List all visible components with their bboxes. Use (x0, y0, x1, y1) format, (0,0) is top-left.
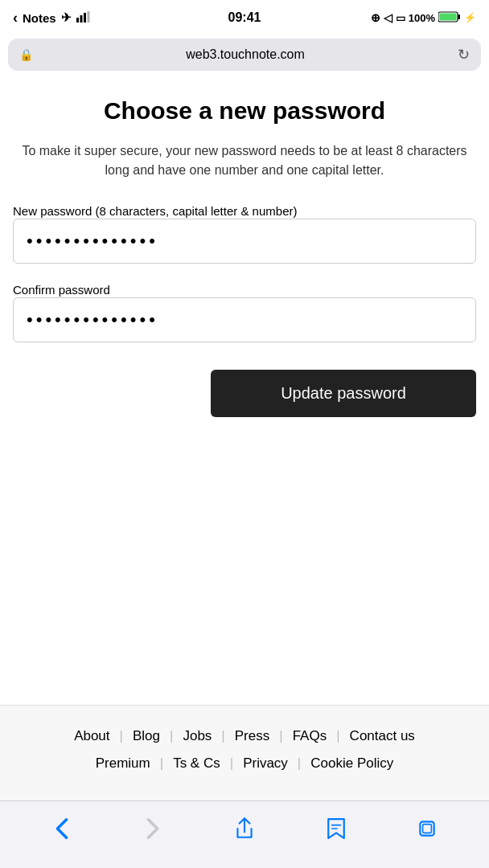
tabs-button[interactable] (409, 811, 445, 846)
confirm-password-field-group: Confirm password (13, 283, 476, 362)
svg-rect-1 (80, 15, 82, 23)
browser-bar (0, 800, 489, 868)
battery-label: 100% (409, 12, 435, 24)
page-title: Choose a new password (13, 96, 476, 125)
footer-link-faqs[interactable]: FAQs (283, 728, 337, 744)
new-password-label: New password (8 characters, capital lett… (13, 204, 297, 218)
battery-icon (438, 11, 461, 25)
confirm-password-label: Confirm password (13, 283, 110, 297)
footer-row-1: About | Blog | Jobs | Press | FAQs | Con… (16, 728, 473, 744)
notes-back-label[interactable]: Notes (23, 11, 56, 25)
update-password-button[interactable]: Update password (211, 370, 476, 417)
svg-rect-8 (423, 824, 432, 833)
footer-link-cookie[interactable]: Cookie Policy (301, 755, 403, 772)
main-content: Choose a new password To make it super s… (0, 77, 489, 705)
status-time: 09:41 (228, 10, 261, 25)
footer-link-about[interactable]: About (64, 728, 119, 744)
svg-rect-2 (84, 13, 86, 23)
svg-rect-0 (76, 18, 79, 23)
update-btn-wrapper: Update password (13, 370, 476, 417)
bookmarks-button[interactable] (318, 811, 354, 846)
footer-row-2: Premium | Ts & Cs | Privacy | Cookie Pol… (16, 755, 473, 772)
footer-link-press[interactable]: Press (225, 728, 279, 744)
svg-rect-6 (440, 13, 457, 20)
footer: About | Blog | Jobs | Press | FAQs | Con… (0, 705, 489, 800)
description-text: To make it super secure, your new passwo… (13, 141, 476, 180)
url-text[interactable]: web3.touchnote.com (39, 47, 451, 62)
status-right: ⊕ ◁ ▭ 100% ⚡ (371, 11, 476, 25)
lock-icon: 🔒 (19, 48, 33, 61)
new-password-field-group: New password (8 characters, capital lett… (13, 204, 476, 283)
screen-icon: ▭ (396, 12, 405, 24)
footer-link-privacy[interactable]: Privacy (233, 755, 298, 772)
footer-link-blog[interactable]: Blog (123, 728, 170, 744)
forward-button[interactable] (135, 811, 171, 846)
charging-icon: ⚡ (464, 12, 476, 23)
signal-icon (76, 11, 91, 25)
footer-link-premium[interactable]: Premium (86, 755, 160, 772)
back-arrow-icon[interactable]: ‹ (13, 10, 18, 27)
footer-link-tscs[interactable]: Ts & Cs (163, 755, 230, 772)
back-button[interactable] (44, 811, 80, 846)
location-icon: ⊕ (371, 11, 380, 24)
reload-icon[interactable]: ↻ (458, 46, 470, 63)
svg-rect-5 (458, 14, 461, 19)
status-left: ‹ Notes ✈ (13, 10, 91, 27)
share-button[interactable] (227, 811, 262, 846)
status-bar: ‹ Notes ✈ 09:41 ⊕ ◁ ▭ 100% ⚡ (0, 0, 489, 35)
confirm-password-input[interactable] (13, 297, 476, 342)
footer-link-contact[interactable]: Contact us (340, 728, 425, 744)
airplane-mode-icon: ✈ (61, 10, 72, 25)
direction-icon: ◁ (384, 11, 392, 24)
footer-link-jobs[interactable]: Jobs (173, 728, 221, 744)
svg-rect-3 (87, 11, 89, 23)
new-password-input[interactable] (13, 219, 476, 264)
address-bar[interactable]: 🔒 web3.touchnote.com ↻ (8, 39, 481, 71)
